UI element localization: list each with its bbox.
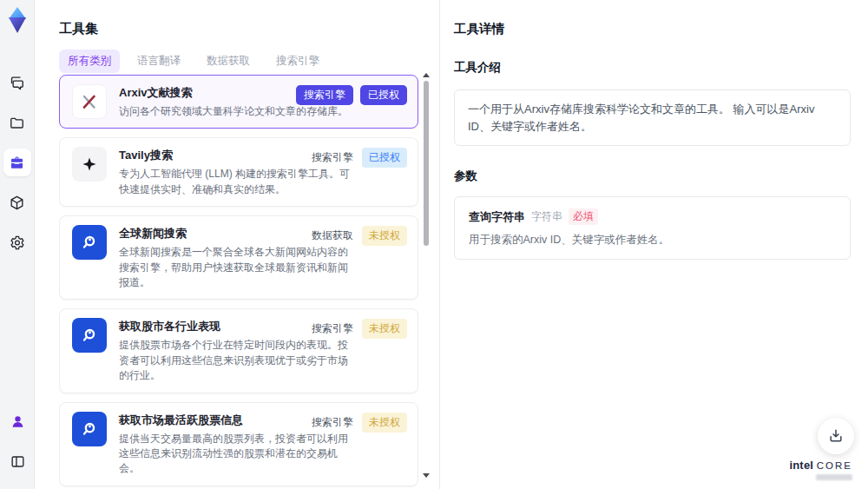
blue-search-app-logo-icon <box>72 318 107 353</box>
core-wordmark: CORE <box>817 460 852 471</box>
category-badge: 搜索引擎 <box>310 413 355 433</box>
sidebar-item-files[interactable] <box>3 109 31 136</box>
tavily-star-logo-icon <box>72 147 107 182</box>
tool-card-desc: 提供当天交易量最高的股票列表，投资者可以利用这些信息来识别流动性强的股票和潜在的… <box>119 432 353 477</box>
scroll-up-icon[interactable] <box>423 73 430 77</box>
status-badge: 未授权 <box>362 413 407 433</box>
status-badge: 已授权 <box>360 85 407 105</box>
arxiv-logo-icon <box>72 84 107 119</box>
tool-card-most-active-stocks[interactable]: 获取市场最活跃股票信息 提供当天交易量最高的股票列表，投资者可以利用这些信息来识… <box>59 402 418 486</box>
sidebar-item-tools[interactable] <box>3 149 31 176</box>
status-badge: 未授权 <box>362 226 407 246</box>
tab-all-categories[interactable]: 所有类别 <box>59 50 120 73</box>
sidebar-item-packages[interactable] <box>3 188 31 216</box>
category-badge: 搜索引擎 <box>296 85 353 105</box>
intro-text: 一个用于从Arxiv存储库搜索科学论文和文章的工具。 输入可以是Arxiv ID… <box>454 89 851 146</box>
download-button[interactable] <box>818 418 854 454</box>
folder-icon <box>9 115 25 131</box>
toolbox-icon <box>9 155 25 171</box>
blue-search-app-logo-icon <box>72 225 107 260</box>
category-badge: 搜索引擎 <box>310 319 355 339</box>
param-card: 查询字符串 字符串 必填 用于搜索的Arxiv ID、关键字或作者姓名。 <box>454 196 851 260</box>
tool-card-list: Arxiv文献搜索 访问各个研究领域大量科学论文和文章的存储库。 搜索引擎 已授… <box>59 75 418 489</box>
detail-title: 工具详情 <box>454 21 851 37</box>
sidebar-item-collapse[interactable] <box>3 447 31 475</box>
status-badge: 已授权 <box>362 148 407 168</box>
tool-card-desc: 访问各个研究领域大量科学论文和文章的存储库。 <box>119 104 348 119</box>
panel-toggle-icon <box>10 453 26 470</box>
blue-search-app-logo-icon <box>72 412 107 446</box>
tool-card-tavily[interactable]: Tavily搜索 专为人工智能代理 (LLM) 构建的搜索引擎工具。可快速提供实… <box>59 137 418 207</box>
intel-wordmark: intel <box>789 459 813 472</box>
params-heading: 参数 <box>454 169 851 184</box>
tool-card-global-news[interactable]: 全球新闻搜索 全球新闻搜索是一个聚合全球各大新闻网站内容的搜索引擎，帮助用户快速… <box>59 215 418 300</box>
intro-heading: 工具介绍 <box>454 60 851 76</box>
category-tabs: 所有类别 语言翻译 数据获取 搜索引擎 <box>59 50 328 73</box>
sidebar-item-settings[interactable] <box>3 228 31 256</box>
param-required-badge: 必填 <box>569 208 598 225</box>
tool-card-sector-performance[interactable]: 获取股市各行业表现 提供股票市场各个行业在特定时间段内的表现。投资者可以利用这些… <box>59 308 418 393</box>
download-icon <box>827 427 845 445</box>
scroll-down-icon[interactable] <box>423 473 430 478</box>
tab-data-fetch[interactable]: 数据获取 <box>198 50 259 73</box>
list-scrollbar[interactable] <box>422 73 431 478</box>
app-sidebar <box>0 0 35 489</box>
sidebar-item-chat[interactable] <box>3 69 31 96</box>
param-desc: 用于搜索的Arxiv ID、关键字或作者姓名。 <box>469 233 836 248</box>
tool-list-panel: 工具集 所有类别 语言翻译 数据获取 搜索引擎 Arxiv文献搜索 访问各个研究… <box>35 0 439 489</box>
gear-icon <box>9 235 25 251</box>
app-logo-icon <box>5 6 30 34</box>
tab-language-translation[interactable]: 语言翻译 <box>128 50 189 73</box>
user-icon <box>10 413 26 430</box>
tool-card-desc: 专为人工智能代理 (LLM) 构建的搜索引擎工具。可快速提供实时、准确和真实的结… <box>119 167 353 197</box>
scrollbar-thumb[interactable] <box>424 81 429 246</box>
package-icon <box>9 195 25 211</box>
tool-card-desc: 全球新闻搜索是一个聚合全球各大新闻网站内容的搜索引擎，帮助用户快速获取全球最新资… <box>119 245 353 290</box>
tool-card-desc: 提供股票市场各个行业在特定时间段内的表现。投资者可以利用这些信息来识别表现优于或… <box>119 338 353 383</box>
tab-search-engine[interactable]: 搜索引擎 <box>267 50 328 73</box>
page-title: 工具集 <box>59 21 98 37</box>
category-badge: 搜索引擎 <box>310 148 355 168</box>
sidebar-item-account[interactable] <box>3 407 31 435</box>
tool-detail-panel: 工具详情 工具介绍 一个用于从Arxiv存储库搜索科学论文和文章的工具。 输入可… <box>439 0 868 489</box>
chat-icon <box>9 75 25 91</box>
status-badge: 未授权 <box>362 319 407 339</box>
intel-ultra-badge-blurred <box>816 474 852 480</box>
sidebar-nav <box>3 69 31 256</box>
tool-card-arxiv[interactable]: Arxiv文献搜索 访问各个研究领域大量科学论文和文章的存储库。 搜索引擎 已授… <box>59 75 418 129</box>
param-type: 字符串 <box>531 209 562 224</box>
param-name: 查询字符串 <box>469 209 525 225</box>
intel-core-logo: intel CORE <box>789 459 852 480</box>
sidebar-bottom <box>0 407 35 475</box>
category-badge: 数据获取 <box>310 226 355 246</box>
